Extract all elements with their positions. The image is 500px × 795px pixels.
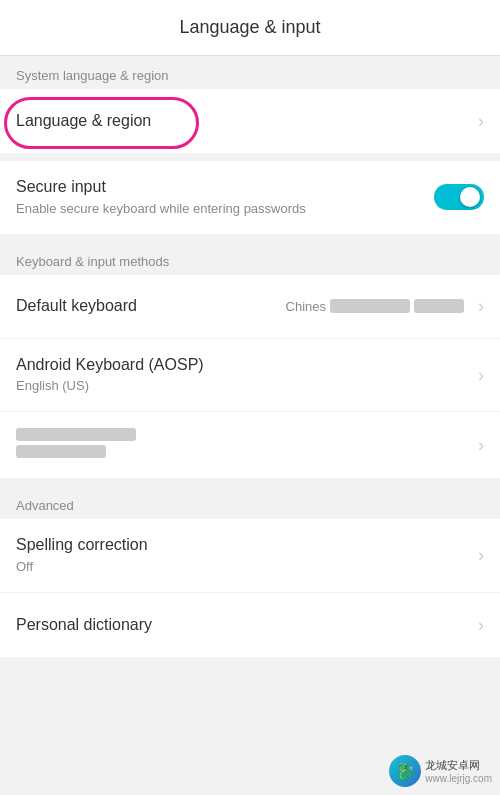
- secure-input-title: Secure input: [16, 177, 434, 198]
- toggle-track: [434, 184, 484, 210]
- blurred-keyboard-item[interactable]: ›: [0, 412, 500, 478]
- blurred-value-1: [330, 299, 410, 313]
- chevron-right-icon: ›: [478, 615, 484, 636]
- section-header-advanced: Advanced: [0, 486, 500, 519]
- spelling-correction-subtitle: Off: [16, 559, 470, 576]
- secure-input-content: Secure input Enable secure keyboard whil…: [16, 177, 434, 218]
- advanced-group: Spelling correction Off › Personal dicti…: [0, 519, 500, 657]
- spelling-correction-item[interactable]: Spelling correction Off ›: [0, 519, 500, 593]
- personal-dictionary-content: Personal dictionary: [16, 615, 470, 636]
- chevron-right-icon: ›: [478, 545, 484, 566]
- page-title: Language & input: [179, 17, 320, 38]
- chevron-right-icon: ›: [478, 435, 484, 456]
- android-keyboard-subtitle: English (US): [16, 378, 470, 395]
- personal-dictionary-item[interactable]: Personal dictionary ›: [0, 593, 500, 657]
- secure-input-group: Secure input Enable secure keyboard whil…: [0, 161, 500, 234]
- language-region-item[interactable]: Language & region ›: [0, 89, 500, 153]
- secure-input-toggle[interactable]: [434, 184, 484, 210]
- default-keyboard-content: Default keyboard: [16, 296, 286, 317]
- toggle-thumb: [460, 187, 480, 207]
- blurred-subtitle-line: [16, 445, 106, 458]
- android-keyboard-title: Android Keyboard (AOSP): [16, 355, 470, 376]
- watermark-text: 龙城安卓网 www.lejrjg.com: [425, 758, 492, 784]
- chevron-right-icon: ›: [478, 296, 484, 317]
- section-header-keyboard: Keyboard & input methods: [0, 242, 500, 275]
- language-region-title: Language & region: [16, 111, 470, 132]
- language-region-content: Language & region: [16, 111, 470, 132]
- blurred-value-2: [414, 299, 464, 313]
- default-keyboard-title: Default keyboard: [16, 296, 286, 317]
- system-language-group: Language & region ›: [0, 89, 500, 153]
- default-keyboard-item[interactable]: Default keyboard Chines ›: [0, 275, 500, 339]
- android-keyboard-item[interactable]: Android Keyboard (AOSP) English (US) ›: [0, 339, 500, 413]
- watermark-icon: 🐉: [389, 755, 421, 787]
- section-header-system-language: System language & region: [0, 56, 500, 89]
- spelling-correction-content: Spelling correction Off: [16, 535, 470, 576]
- android-keyboard-content: Android Keyboard (AOSP) English (US): [16, 355, 470, 396]
- blurred-keyboard-content: [16, 428, 470, 462]
- chevron-right-icon: ›: [478, 365, 484, 386]
- chevron-right-icon: ›: [478, 111, 484, 132]
- personal-dictionary-title: Personal dictionary: [16, 615, 470, 636]
- blurred-title-line: [16, 428, 136, 441]
- secure-input-item[interactable]: Secure input Enable secure keyboard whil…: [0, 161, 500, 234]
- app-header: Language & input: [0, 0, 500, 56]
- watermark: 🐉 龙城安卓网 www.lejrjg.com: [389, 755, 492, 787]
- secure-input-subtitle: Enable secure keyboard while entering pa…: [16, 201, 434, 218]
- spelling-correction-title: Spelling correction: [16, 535, 470, 556]
- keyboard-group: Default keyboard Chines › Android Keyboa…: [0, 275, 500, 479]
- default-keyboard-value: Chines: [286, 299, 464, 314]
